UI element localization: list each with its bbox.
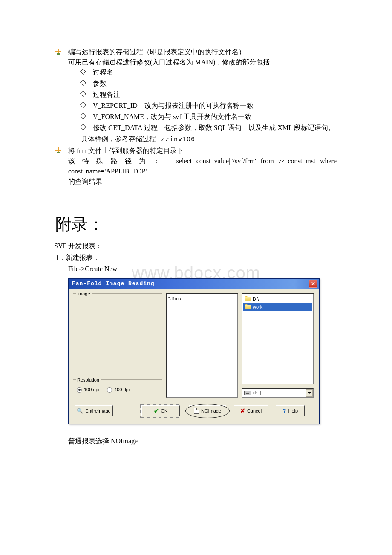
svf-section-label: SVF 开发报表： [54,241,337,251]
cancel-label: Cancel [247,408,262,413]
diamond-icon [80,102,86,108]
noimage-highlight: NOImage [189,405,226,416]
fanfold-dialog: Fan-Fold Image Reading ✕ Image Resolutio… [68,278,320,424]
sub-text: 过程名 [93,69,113,76]
diamond-icon [80,91,86,97]
sub-text: 修改 GET_DATA 过程，包括参数，取数 SQL 语句，以及生成 XML 段… [93,124,335,131]
resolution-fieldset-label: Resolution [76,376,101,384]
noimage-label: NOImage [201,408,221,413]
radio-400-label: 400 dpi [114,386,130,393]
image-preview-panel: Image [73,293,162,376]
bullet-item-2: 将 frm 文件上传到服务器的特定目录下 该 特 殊 路 径 为 ： selec… [55,146,337,187]
radio-icon [77,387,82,393]
sub-text: V_REPORT_ID，改为与报表注册中的可执行名称一致 [93,102,254,109]
bullet-2-line1: 将 frm 文件上传到服务器的特定目录下 [68,146,337,156]
radio-100-label: 100 dpi [84,386,99,393]
ok-button[interactable]: ✔ OK [141,405,180,416]
close-button[interactable]: ✕ [309,280,317,288]
bullet-2-line3: const_name='APPLIB_TOP' [68,166,337,176]
check-icon: ✔ [154,408,159,414]
page-icon [194,408,199,414]
after-dialog-note: 普通报表选择 NOImage [55,436,337,446]
bullet-2-sql: select const_value||'/svf/frm' from zz_c… [176,157,337,165]
note-prefix: 具体样例，参考存储过程 [81,135,156,142]
folder-open-icon [245,296,251,301]
dialog-button-row: 🔍 EntireImage ✔ OK NOImage [73,404,315,418]
sub-list-1: 过程名 参数 过程备注 V_REPORT_ID，改为与报表注册中的可执行名称一致… [68,67,337,133]
radio-400dpi[interactable]: 400 dpi [107,386,130,393]
dialog-title: Fan-Fold Image Reading [72,280,155,288]
bullet-1-line2: 可用已有存储过程进行修改(入口过程名为 MAIN)，修改的部分包括 [68,57,337,67]
plus-icon [55,49,61,55]
step-1-body: File->Create New [55,264,337,274]
help-label: Help [288,408,298,413]
tree-work-label: work [253,304,262,311]
step-1-label: 1．新建报表： [55,253,337,263]
sub-item: 过程名 [81,67,337,78]
image-fieldset-label: Image [76,290,92,298]
file-filter-label: *.Bmp [168,295,236,302]
dialog-top-row: Image Resolution 100 dpi 400 dpi [73,293,315,398]
bullet-2-line2: 该 特 殊 路 径 为 ： select const_value||'/svf/… [68,156,337,166]
dialog-body: Image Resolution 100 dpi 400 dpi [69,289,319,424]
question-icon: ? [282,408,286,414]
diamond-icon [80,113,86,119]
drive-dropdown[interactable]: d: [] [242,388,314,398]
folder-open-icon [245,304,251,309]
dialog-container: Fan-Fold Image Reading ✕ Image Resolutio… [55,278,337,424]
bullet-1-line1: 编写运行报表的存储过程（即是报表定义中的执行文件名） [68,47,337,57]
sub-text: V_FORM_NAME，改为与 svf 工具开发的文件名一致 [93,113,251,120]
folder-tree[interactable]: D:\ work [242,293,314,384]
bullet-2-prefix: 该 特 殊 路 径 为 ： [68,157,163,165]
magnifier-icon: 🔍 [77,408,83,414]
tree-item-work[interactable]: work [243,303,312,311]
sub-item: V_REPORT_ID，改为与报表注册中的可执行名称一致 [81,101,337,111]
sub-item: 参数 [81,78,337,89]
noimage-button[interactable]: NOImage [189,405,226,416]
image-column: Image Resolution 100 dpi 400 dpi [73,293,162,398]
diamond-icon [80,124,86,130]
sub-item: V_FORM_NAME，改为与 svf 工具开发的文件名一致 [81,112,337,122]
tree-item-drive[interactable]: D:\ [243,295,312,303]
diamond-icon [80,69,86,75]
tree-drive-label: D:\ [253,295,259,303]
help-button[interactable]: ? Help [276,405,305,416]
sub-item: 修改 GET_DATA 过程，包括参数，取数 SQL 语句，以及生成 XML 段… [81,123,337,133]
dropdown-arrow-icon [306,389,313,397]
ok-label: OK [161,408,168,413]
appendix-heading: 附录： [55,212,337,237]
close-icon: ✕ [311,280,316,288]
file-list-panel[interactable]: *.Bmp [166,293,238,398]
note-code: zzinv106 [161,136,195,143]
plus-icon [55,147,61,153]
entire-image-label: EntireImage [85,408,110,413]
radio-100dpi[interactable]: 100 dpi [77,386,99,393]
drive-icon [244,391,251,395]
tree-column: D:\ work d: [] [242,293,314,398]
diamond-icon [80,80,86,86]
sub-text: 过程备注 [93,91,120,98]
ok-focus-outline: ✔ OK [140,404,181,418]
entire-image-button[interactable]: 🔍 EntireImage [75,405,113,416]
bullet-item-1: 编写运行报表的存储过程（即是报表定义中的执行文件名） 可用已有存储过程进行修改(… [55,47,337,145]
radio-icon [107,387,112,393]
bullet-1-note: 具体样例，参考存储过程 zzinv106 [68,134,337,145]
resolution-panel: Resolution 100 dpi 400 dpi [73,379,162,398]
x-icon: ✘ [240,408,245,414]
dialog-titlebar: Fan-Fold Image Reading ✕ [69,279,319,289]
drive-label: d: [] [253,389,261,396]
sub-text: 参数 [93,80,107,87]
main-bullet-list: 编写运行报表的存储过程（即是报表定义中的执行文件名） 可用已有存储过程进行修改(… [55,47,337,187]
sub-item: 过程备注 [81,90,337,100]
cancel-button[interactable]: ✘ Cancel [234,405,268,416]
bullet-2-line4: 的查询结果 [68,176,337,187]
